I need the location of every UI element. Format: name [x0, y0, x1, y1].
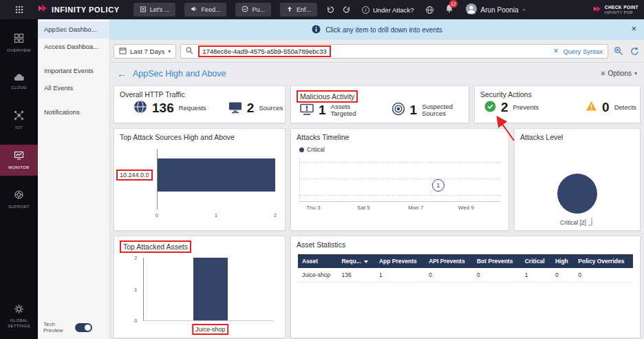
- board-icon: [140, 6, 147, 14]
- apps-grid-icon[interactable]: [0, 6, 38, 14]
- banner-close-icon[interactable]: ×: [631, 24, 636, 33]
- menu-icon: ≡: [601, 70, 605, 77]
- feedback-button[interactable]: Feed...: [184, 3, 226, 17]
- page-header: ← AppSec High and Above ≡ Options ▾: [110, 63, 644, 84]
- undo-icon[interactable]: [326, 6, 334, 14]
- under-attack-button[interactable]: i Under Attack?: [362, 6, 414, 14]
- brand-line-2: INFINITY POR: [605, 10, 638, 14]
- search-icon: [186, 45, 193, 57]
- column-header-critical[interactable]: Critical: [521, 254, 551, 268]
- column-header-app-prevents[interactable]: App Prevents: [375, 254, 425, 268]
- query-input[interactable]: 1748ec8e-4ad9-4575-a5b9-550a789ebc33 × Q…: [180, 44, 608, 59]
- info-icon: i: [362, 6, 369, 14]
- attack-source-bar[interactable]: [158, 158, 275, 192]
- tech-preview: Tech Preview: [43, 321, 92, 334]
- attacked-asset-bar[interactable]: [193, 258, 228, 320]
- table-header-row: Asset Requ... App Prevents API Prevents …: [298, 254, 633, 268]
- warning-triangle-icon: [586, 101, 597, 114]
- card-asset-statistics: Asset Statistics Asset Requ... App Preve…: [290, 236, 641, 338]
- pie-slice-label: Critical [2]: [560, 217, 594, 226]
- hint-banner: Click any item to drill down into events…: [110, 19, 644, 40]
- nav-item-access-dashboard[interactable]: Access Dashboa...: [38, 39, 109, 56]
- user-menu[interactable]: Arun Poonia ▾: [466, 3, 526, 16]
- saved-searches-icon[interactable]: [612, 46, 625, 56]
- time-range-button[interactable]: Last 7 Days ▾: [114, 44, 176, 59]
- column-header-bot-prevents[interactable]: Bot Prevents: [473, 254, 521, 268]
- detects-stat[interactable]: 0 Detects: [586, 100, 636, 115]
- sidebar-item-cloud[interactable]: CLOUD: [0, 68, 38, 97]
- y-tick: 1: [134, 286, 137, 292]
- sidebar-item-iot[interactable]: IOT: [0, 105, 38, 136]
- chart-title: Top Attack Sources High and Above: [114, 129, 285, 142]
- avatar: [466, 3, 477, 16]
- x-tick: Mon 7: [408, 205, 423, 211]
- timeline-event-bubble[interactable]: 1: [432, 179, 444, 192]
- options-menu[interactable]: ≡ Options ▾: [601, 70, 637, 77]
- column-header-policy-overrides[interactable]: Policy Overrides: [574, 254, 633, 268]
- requests-stat[interactable]: 136 Requests: [133, 100, 206, 116]
- x-tick: Thu 3: [306, 205, 320, 211]
- monitor-icon: [228, 101, 242, 116]
- main-content: Click any item to drill down into events…: [110, 19, 644, 339]
- suspected-sources-stat[interactable]: 1 Suspected Sources: [391, 102, 457, 119]
- globe-traffic-icon: [133, 100, 147, 116]
- query-bar: Last 7 Days ▾ 1748ec8e-4ad9-4575-a5b9-55…: [110, 40, 644, 63]
- redo-icon[interactable]: [343, 6, 351, 14]
- nav-item-notifications[interactable]: Notifications: [38, 104, 109, 121]
- prevents-stat[interactable]: 2 Prevents: [484, 100, 539, 115]
- cell-policy-overrides: 0: [574, 268, 633, 282]
- card-security-actions: Security Actions 2 Prevents 0 Detects: [474, 85, 641, 123]
- query-syntax-link[interactable]: Query Syntax: [563, 48, 603, 55]
- column-header-api-prevents[interactable]: API Prevents: [425, 254, 473, 268]
- cell-bot-prevents: 0: [473, 268, 521, 282]
- nav-item-appsec-dashboard[interactable]: AppSec Dashbo...: [38, 21, 109, 39]
- refresh-icon[interactable]: [629, 47, 641, 56]
- annotation-top-attacked-assets: Top Attacked Assets: [120, 240, 191, 253]
- query-value: 1748ec8e-4ad9-4575-a5b9-550a789ebc33: [198, 45, 331, 57]
- globe-icon[interactable]: [425, 6, 434, 14]
- cell-asset[interactable]: Juice-shop: [298, 268, 337, 282]
- table-row-juice-shop[interactable]: Juice-shop 136 1 0 0 1 0 0: [298, 268, 633, 282]
- sidebar-item-overview[interactable]: OVERVIEW: [0, 28, 38, 59]
- topbar: INFINITY POLICY Let's ... Feed... Pu... …: [0, 0, 644, 19]
- column-header-asset[interactable]: Asset: [298, 254, 337, 268]
- column-header-high[interactable]: High: [551, 254, 574, 268]
- card-overall-http-traffic: Overall HTTP Traffic 136 Requests 2 Sour…: [114, 85, 286, 123]
- annotation-source-ip: 10.244.0.0: [116, 170, 153, 181]
- sources-stat[interactable]: 2 Sources: [228, 101, 283, 116]
- nav-item-important-events[interactable]: Important Events: [38, 63, 109, 80]
- column-header-requests[interactable]: Requ...: [337, 254, 374, 268]
- sidebar-item-monitor[interactable]: MONITOR: [0, 145, 38, 176]
- attacks-level-pie[interactable]: [557, 174, 597, 214]
- label-connector-line: [588, 217, 594, 226]
- arrow-up-icon: [286, 6, 293, 14]
- asset-statistics-table: Asset Requ... App Prevents API Prevents …: [298, 254, 633, 282]
- cell-app-prevents: 1: [375, 268, 425, 282]
- publish-button[interactable]: Pu...: [235, 3, 271, 17]
- checkpoint-logo-icon: [38, 3, 47, 16]
- icon-sidebar: OVERVIEW CLOUD IOT MONITOR SUPPORT GLOBA…: [0, 19, 38, 339]
- support-lifebuoy-icon: [14, 189, 24, 202]
- enforce-button[interactable]: Enf...: [280, 3, 317, 17]
- attacks-level-pie-wrap: Critical [2]: [515, 174, 640, 226]
- banner-info-icon: [312, 25, 321, 35]
- timeline-legend[interactable]: Critical: [291, 142, 508, 153]
- chevron-down-icon: ▾: [634, 70, 637, 76]
- tech-preview-toggle[interactable]: [75, 323, 92, 332]
- nav-item-all-events[interactable]: All Events: [38, 80, 109, 97]
- clear-query-icon[interactable]: ×: [553, 47, 558, 55]
- product-name: INFINITY POLICY: [52, 6, 120, 14]
- assets-targeted-stat[interactable]: 1 Assets Targeted: [300, 103, 365, 119]
- notifications-bell[interactable]: 12: [445, 3, 453, 16]
- cloud-icon: [14, 73, 25, 83]
- y-tick: 0: [134, 318, 137, 324]
- secondary-nav: AppSec Dashbo... Access Dashboa... Impor…: [38, 19, 110, 339]
- sidebar-item-support[interactable]: SUPPORT: [0, 184, 38, 216]
- gear-icon: [14, 304, 24, 316]
- back-arrow-icon[interactable]: ←: [117, 69, 127, 79]
- notification-badge: 12: [449, 0, 457, 8]
- lets-button[interactable]: Let's ...: [133, 3, 176, 17]
- portal-switcher[interactable]: CHECK POINT INFINITY POR: [593, 3, 644, 16]
- radar-target-icon: [391, 102, 405, 119]
- sidebar-item-global-settings[interactable]: GLOBAL SETTINGS: [0, 298, 38, 335]
